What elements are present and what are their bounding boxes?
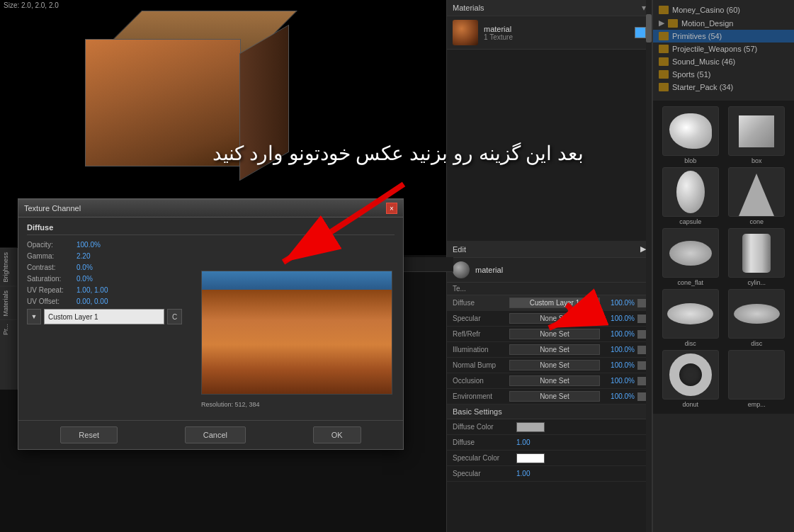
basic-row-specular-color[interactable]: Specular Color <box>447 451 652 466</box>
diffuse-color-swatch[interactable] <box>516 422 545 432</box>
tex-square-diffuse[interactable] <box>637 299 646 307</box>
dialog-val-gamma[interactable]: 2.20 <box>76 252 90 260</box>
tex-label-occlusion: Occlusion <box>453 377 509 385</box>
tex-val-refl[interactable]: None Set <box>509 329 600 339</box>
asset-label: Money_Casino (60) <box>672 6 740 14</box>
basic-label-specular: Specular <box>453 470 516 477</box>
tex-square-environment[interactable] <box>637 392 646 401</box>
tex-val-specular[interactable]: None Set <box>509 313 600 324</box>
sidebar-label-pr: Pr... <box>0 319 17 339</box>
dialog-section-title: Diffuse <box>27 223 395 235</box>
box-shape <box>739 115 774 147</box>
thumb-label-donut: donut <box>682 401 698 408</box>
thumb-item-donut[interactable]: donut <box>659 350 722 408</box>
thumb-label-disc2: disc <box>751 340 762 347</box>
asset-item-motion-design[interactable]: ▶ Motion_Design <box>653 16 794 30</box>
tex-row-illumination[interactable]: Illumination None Set 100.0% <box>447 342 652 358</box>
folder-icon <box>668 19 678 28</box>
dialog-val-opacity[interactable]: 100.0% <box>76 241 101 249</box>
material-item[interactable]: material 1 Texture <box>447 16 652 50</box>
tex-row-normalbump[interactable]: Normal Bump None Set 100.0% <box>447 358 652 373</box>
specular-color-swatch[interactable] <box>516 453 545 463</box>
asset-list: Money_Casino (60) ▶ Motion_Design Primit… <box>653 0 794 97</box>
basic-row-specular[interactable]: Specular 1.00 <box>447 466 652 482</box>
tex-square-specular[interactable] <box>637 315 646 323</box>
tex-val-diffuse[interactable]: Custom Layer 1 <box>509 298 600 308</box>
basic-row-diffuse[interactable]: Diffuse 1.00 <box>447 435 652 451</box>
tex-pct-illumination[interactable]: 100.0% <box>603 346 635 353</box>
asset-label: Starter_Pack (34) <box>672 83 733 91</box>
thumb-label-cylinder: cylin... <box>747 279 766 286</box>
cone-shape <box>739 174 774 216</box>
expand-arrow-icon[interactable]: ▶ <box>659 18 666 28</box>
thumb-img-donut <box>662 350 719 400</box>
asset-label: Sound_Music (46) <box>672 57 735 66</box>
thumb-img-cone-flat <box>662 228 719 278</box>
asset-item-starter[interactable]: Starter_Pack (34) <box>653 81 794 94</box>
folder-icon <box>659 57 669 66</box>
tex-pct-specular[interactable]: 100.0% <box>603 315 635 322</box>
thumb-item-disc2[interactable]: disc <box>725 289 789 347</box>
basic-val-diffuse[interactable]: 1.00 <box>516 438 530 446</box>
reset-button[interactable]: Reset <box>60 426 118 443</box>
tex-val-occlusion[interactable]: None Set <box>509 375 600 386</box>
basic-row-diffuse-color[interactable]: Diffuse Color <box>447 419 652 435</box>
layer-dropdown-button[interactable]: ▼ <box>27 309 41 324</box>
tex-square-normalbump[interactable] <box>637 361 646 370</box>
tex-val-illumination[interactable]: None Set <box>509 344 600 355</box>
dialog-row-opacity: Opacity: 100.0% <box>27 241 395 249</box>
cancel-button[interactable]: Cancel <box>185 426 246 443</box>
tex-pct-environment[interactable]: 100.0% <box>603 392 635 400</box>
basic-val-specular[interactable]: 1.00 <box>516 470 530 477</box>
tex-row-diffuse[interactable]: Diffuse Custom Layer 1 100.0% <box>447 295 652 311</box>
tex-row-environment[interactable]: Environment None Set 100.0% <box>447 389 652 404</box>
tex-pct-diffuse[interactable]: 100.0% <box>603 299 635 307</box>
tex-pct-occlusion[interactable]: 100.0% <box>603 377 635 385</box>
thumb-item-box[interactable]: box <box>725 106 789 164</box>
left-sidebar: Brightness Materials Pr... <box>0 248 18 390</box>
thumb-item-empty[interactable]: emp... <box>725 350 789 408</box>
asset-item-primitives[interactable]: Primitives (54) <box>653 30 794 43</box>
dialog-val-uv-offset[interactable]: 0.00, 0.00 <box>76 298 108 305</box>
folder-icon <box>659 83 669 91</box>
tex-row-specular[interactable]: Specular None Set 100.0% <box>447 311 652 327</box>
material-name: material <box>484 25 513 33</box>
edit-expand-icon[interactable]: ▶ <box>640 244 646 254</box>
asset-item-money-casino[interactable]: Money_Casino (60) <box>653 4 794 16</box>
materials-scrollbar[interactable] <box>646 0 652 532</box>
thumb-item-cone-flat[interactable]: cone_flat <box>659 228 722 286</box>
tex-val-environment[interactable]: None Set <box>509 391 600 402</box>
dialog-val-saturation[interactable]: 0.0% <box>76 275 93 283</box>
ok-button[interactable]: OK <box>313 426 361 443</box>
thumb-img-disc <box>662 289 719 339</box>
asset-item-projectile[interactable]: Projectile_Weapons (57) <box>653 43 794 55</box>
right-panel: Money_Casino (60) ▶ Motion_Design Primit… <box>652 0 794 532</box>
asset-item-sports[interactable]: Sports (51) <box>653 68 794 81</box>
dialog-close-button[interactable]: × <box>386 203 397 214</box>
tex-val-normalbump[interactable]: None Set <box>509 360 600 370</box>
tex-label-refl: Refl/Refr <box>453 330 509 338</box>
tex-square-illumination[interactable] <box>637 346 646 354</box>
tex-square-refl[interactable] <box>637 330 646 339</box>
asset-item-sound[interactable]: Sound_Music (46) <box>653 55 794 68</box>
tex-row-occlusion[interactable]: Occlusion None Set 100.0% <box>447 373 652 389</box>
tex-row-refl[interactable]: Refl/Refr None Set 100.0% <box>447 327 652 342</box>
tex-pct-refl[interactable]: 100.0% <box>603 330 635 338</box>
dialog-val-uv-repeat[interactable]: 1.00, 1.00 <box>76 286 108 294</box>
clear-layer-button[interactable]: C <box>167 309 182 324</box>
thumb-img-capsule <box>662 167 719 217</box>
basic-label-diffuse: Diffuse <box>453 438 516 446</box>
thumb-item-cone[interactable]: cone <box>725 167 789 225</box>
tex-pct-normalbump[interactable]: 100.0% <box>603 361 635 369</box>
layer-name-input[interactable] <box>44 309 164 324</box>
tex-square-occlusion[interactable] <box>637 377 646 385</box>
dialog-label-uv-offset: UV Offset: <box>27 298 76 305</box>
thumb-item-cylinder[interactable]: cylin... <box>725 228 789 286</box>
thumb-item-capsule[interactable]: capsule <box>659 167 722 225</box>
thumb-label-box: box <box>752 157 762 164</box>
thumb-item-blob[interactable]: blob <box>659 106 722 164</box>
thumb-item-disc[interactable]: disc <box>659 289 722 347</box>
dialog-val-contrast[interactable]: 0.0% <box>76 264 93 271</box>
thumb-label-empty: emp... <box>748 401 766 408</box>
material-color-swatch[interactable] <box>635 27 646 38</box>
